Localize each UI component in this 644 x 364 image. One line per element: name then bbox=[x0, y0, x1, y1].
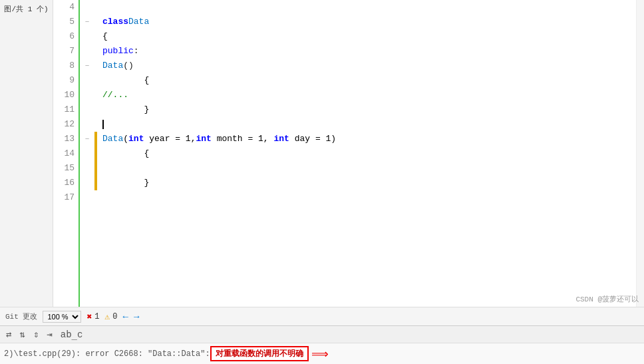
collapse-indicator bbox=[80, 117, 94, 132]
collapse-indicator bbox=[80, 146, 94, 161]
nav-back-arrow[interactable]: ← bbox=[122, 311, 128, 322]
code-line bbox=[102, 190, 636, 205]
collapse-indicator bbox=[80, 176, 94, 190]
kw-int2: int bbox=[196, 132, 211, 146]
status-bar: Git 更改 100 % 75 % 125 % ✖ 1 ⚠ 0 ← → bbox=[0, 307, 644, 325]
warning-icon: ⚠ bbox=[104, 311, 110, 322]
code-content: class Data{ public: Data() { //... } Dat… bbox=[97, 0, 636, 307]
code-line: { bbox=[102, 73, 636, 88]
error-count: 1 bbox=[94, 312, 99, 321]
class-name: Data bbox=[128, 15, 149, 29]
code-line: Data() bbox=[102, 59, 636, 73]
line-number: 8 bbox=[69, 59, 75, 73]
collapse-indicator bbox=[80, 73, 94, 88]
error-file-path: 2)\test.cpp(29): error C2668: "Data::Dat… bbox=[4, 349, 210, 359]
collapse-indicator[interactable]: − bbox=[80, 15, 94, 29]
code-line: } bbox=[102, 176, 636, 190]
code-line: class Data bbox=[102, 15, 636, 29]
collapse-indicator bbox=[80, 29, 94, 44]
keyword-class: class bbox=[102, 15, 128, 29]
git-label: Git 更改 bbox=[5, 311, 37, 321]
nav-forward-arrow[interactable]: → bbox=[134, 311, 139, 322]
code-area: 图/共 1 个) 4567891011121314151617 −−− clas… bbox=[0, 0, 644, 307]
text-cursor bbox=[102, 120, 104, 129]
collapse-indicator bbox=[80, 88, 94, 102]
keyword-public: public bbox=[102, 44, 134, 59]
code-line: //... bbox=[102, 88, 636, 102]
zoom-selector[interactable]: 100 % 75 % 125 % bbox=[43, 311, 81, 323]
error-arrow: ⟹ bbox=[311, 347, 329, 361]
collapse-indicator[interactable]: − bbox=[80, 132, 94, 146]
collapse-indicator bbox=[80, 190, 94, 205]
line-number: 5 bbox=[69, 15, 75, 29]
collapse-indicator bbox=[80, 161, 94, 176]
warning-status: ⚠ 0 bbox=[104, 311, 117, 322]
line-number: 7 bbox=[69, 44, 75, 59]
align-center-button[interactable]: ⇅ bbox=[17, 329, 27, 340]
line-numbers: 4567891011121314151617 bbox=[53, 0, 80, 307]
error-status: ✖ 1 bbox=[86, 311, 99, 322]
collapse-indicator bbox=[80, 44, 94, 59]
align-left-button[interactable]: ⇄ bbox=[4, 329, 13, 340]
comment-text: //... bbox=[102, 88, 128, 102]
code-line bbox=[102, 161, 636, 176]
code-line: { bbox=[102, 29, 636, 44]
line-number: 12 bbox=[64, 117, 75, 132]
indent-button[interactable]: ⇥ bbox=[45, 329, 54, 340]
align-right-button[interactable]: ⇕ bbox=[31, 329, 41, 340]
collapse-indicator bbox=[80, 0, 94, 15]
error-content: 2)\test.cpp(29): error C2668: "Data::Dat… bbox=[0, 343, 644, 364]
error-toolbar: ⇄ ⇅ ⇕ ⇥ ab̲c bbox=[0, 326, 644, 343]
code-line: public: bbox=[102, 44, 636, 59]
error-icon: ✖ bbox=[86, 311, 92, 322]
line-number: 14 bbox=[64, 146, 75, 161]
collapse-indicator bbox=[80, 102, 94, 117]
watermark: CSDN @菠萝还可以 bbox=[575, 294, 639, 304]
collapse-indicator[interactable]: − bbox=[80, 59, 94, 73]
code-line bbox=[102, 0, 636, 15]
code-line bbox=[102, 117, 636, 132]
error-panel: ⇄ ⇅ ⇕ ⇥ ab̲c 2)\test.cpp(29): error C266… bbox=[0, 325, 644, 364]
line-number: 17 bbox=[64, 190, 75, 205]
scrollbar[interactable] bbox=[636, 0, 644, 307]
collapse-indicators: −−− bbox=[80, 0, 94, 307]
kw-int3: int bbox=[273, 132, 289, 146]
kw-int1: int bbox=[128, 132, 144, 146]
line-number: 11 bbox=[64, 102, 75, 117]
line-number: 10 bbox=[64, 88, 75, 102]
line-number: 15 bbox=[64, 161, 75, 176]
code-line: } bbox=[102, 102, 636, 117]
line-number: 13 bbox=[64, 132, 75, 146]
line-number: 9 bbox=[69, 73, 75, 88]
format-button[interactable]: ab̲c bbox=[59, 329, 85, 340]
code-line: { bbox=[102, 146, 636, 161]
warning-count: 0 bbox=[112, 312, 117, 321]
line-number: 6 bbox=[69, 29, 75, 44]
code-line: Data(int year = 1,int month = 1, int day… bbox=[102, 132, 636, 146]
constructor-name2: Data bbox=[102, 132, 123, 146]
line-number: 4 bbox=[69, 0, 75, 15]
left-sidebar: 图/共 1 个) bbox=[0, 0, 53, 307]
line-number: 16 bbox=[64, 176, 75, 190]
constructor-name: Data bbox=[102, 59, 123, 73]
error-message: 对重载函数的调用不明确 bbox=[210, 346, 309, 361]
sidebar-info: 图/共 1 个) bbox=[1, 3, 51, 15]
